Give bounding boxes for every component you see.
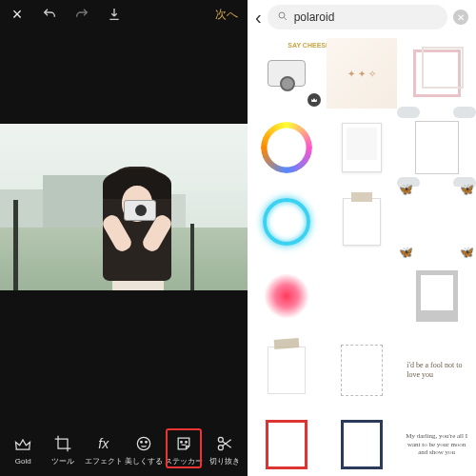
sticker-item[interactable]: [327, 187, 398, 257]
search-bar: ‹ polaroid ✕: [248, 0, 476, 34]
sticker-caption: i'd be a fool not to love you: [407, 361, 466, 379]
sticker-item[interactable]: [251, 187, 323, 257]
redo-icon[interactable]: [74, 7, 89, 22]
sticker-item[interactable]: [327, 409, 398, 476]
svg-point-0: [137, 437, 149, 449]
sticker-item[interactable]: [327, 261, 398, 331]
fx-icon: fx: [94, 434, 113, 453]
editor-toolbar: Gold ツール fx エフェクト 美しくする ステッカー 切り抜き: [0, 424, 248, 476]
tool-cutout[interactable]: 切り抜き: [205, 434, 245, 466]
next-button[interactable]: 次へ: [215, 7, 238, 23]
tool-gold[interactable]: Gold: [3, 435, 43, 466]
editor-topbar: × 次へ: [0, 0, 248, 29]
search-icon: [277, 10, 288, 25]
tool-label: ステッカー: [165, 456, 203, 466]
svg-point-1: [141, 441, 143, 443]
tool-effect[interactable]: fx エフェクト: [84, 434, 124, 466]
editor-panel: × 次へ Gold ツール fx: [0, 0, 248, 476]
sticker-item[interactable]: [401, 38, 472, 109]
tool-label: Gold: [15, 457, 31, 466]
premium-badge-icon: [307, 93, 321, 107]
sticker-item[interactable]: [251, 335, 323, 406]
sticker-item[interactable]: i'd be a fool not to love you: [401, 335, 472, 406]
clear-search-icon[interactable]: ✕: [453, 10, 468, 25]
close-icon[interactable]: ×: [10, 7, 25, 22]
sticker-item[interactable]: [251, 261, 323, 331]
svg-point-4: [186, 441, 188, 443]
sticker-item[interactable]: My darling, you're all I want to be your…: [401, 409, 472, 476]
canvas-image[interactable]: [0, 124, 248, 290]
back-icon[interactable]: ‹: [255, 7, 262, 29]
sticker-caption: SAY CHEESE: [288, 42, 329, 49]
svg-point-7: [279, 12, 285, 18]
sticker-item[interactable]: [251, 409, 323, 476]
svg-point-3: [181, 441, 183, 443]
sticker-item[interactable]: [327, 112, 398, 183]
tool-label: 美しくする: [125, 456, 163, 466]
sticker-item[interactable]: [401, 112, 472, 183]
tool-label: ツール: [51, 456, 74, 466]
sticker-panel: ‹ polaroid ✕ SAY CHEESE 🦋🦋🦋🦋 i'd be a fo…: [248, 0, 476, 476]
face-icon: [134, 434, 153, 453]
sticker-item[interactable]: 🦋🦋🦋🦋: [401, 187, 472, 257]
tool-label: エフェクト: [85, 456, 123, 466]
tool-beautify[interactable]: 美しくする: [124, 434, 164, 466]
search-input[interactable]: polaroid: [268, 5, 447, 30]
sticker-grid: SAY CHEESE 🦋🦋🦋🦋 i'd be a fool not to lov…: [248, 34, 476, 476]
search-query: polaroid: [294, 10, 335, 24]
tool-label: 切り抜き: [209, 456, 240, 466]
sticker-item[interactable]: [327, 335, 398, 406]
sticker-item[interactable]: [401, 261, 472, 331]
crop-icon: [53, 434, 72, 453]
tool-tools[interactable]: ツール: [43, 434, 83, 466]
sticker-item[interactable]: [327, 38, 398, 109]
svg-point-2: [146, 441, 148, 443]
tool-sticker[interactable]: ステッカー: [164, 434, 204, 466]
sticker-icon: [174, 434, 193, 453]
crown-icon: [13, 435, 32, 454]
sticker-item[interactable]: [251, 112, 323, 183]
scissors-icon: [215, 434, 234, 453]
sticker-item[interactable]: SAY CHEESE: [251, 38, 323, 109]
undo-icon[interactable]: [42, 7, 57, 22]
download-icon[interactable]: [107, 7, 122, 22]
sticker-caption: My darling, you're all I want to be your…: [405, 432, 468, 456]
